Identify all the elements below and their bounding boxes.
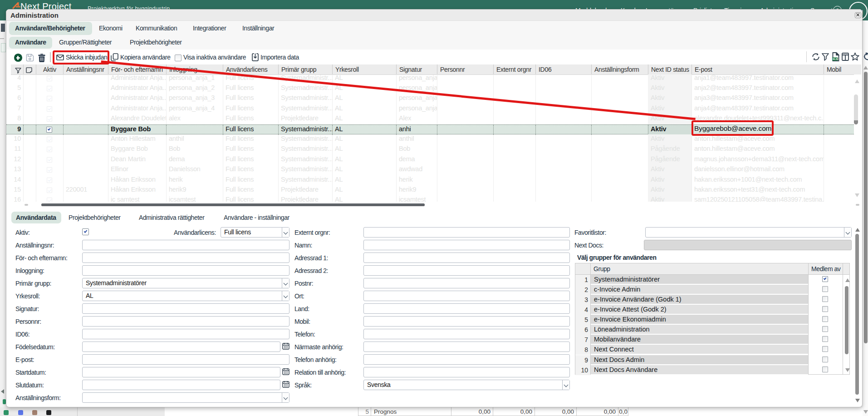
svg-text:XLS: XLS	[833, 58, 838, 60]
